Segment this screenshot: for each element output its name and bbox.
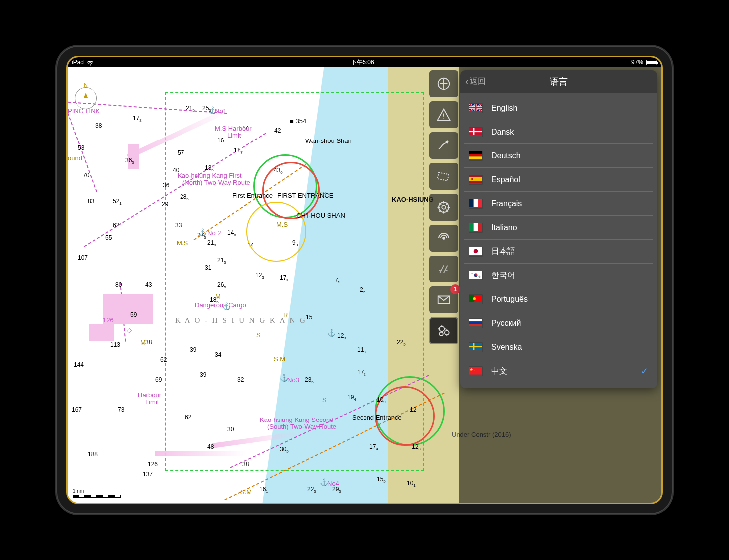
- svg-point-29: [473, 297, 476, 300]
- language-item-es[interactable]: Español: [464, 168, 653, 192]
- flag-icon-es: [469, 175, 482, 184]
- depth-label: 219: [207, 239, 216, 247]
- depth-label: 22: [360, 286, 365, 294]
- depth-label: 42: [274, 127, 281, 134]
- svg-point-39: [475, 369, 475, 369]
- depth-label: 521: [113, 198, 122, 206]
- route-button[interactable]: [429, 132, 458, 159]
- depth-label: 43: [145, 281, 152, 288]
- depth-label: 32: [237, 376, 244, 383]
- scale-bar: 1 nm: [73, 488, 121, 498]
- language-item-se[interactable]: Svenska: [464, 335, 653, 359]
- depth-label: 62: [113, 222, 119, 229]
- helm-button[interactable]: [429, 194, 458, 221]
- language-panel: ‹ 返回 语言 EnglishDanskDeutschEspañolFrança…: [460, 70, 657, 388]
- svg-rect-13: [469, 156, 482, 159]
- flag-icon-gb: [469, 104, 482, 113]
- device-name: iPad: [72, 59, 84, 66]
- north-up-button[interactable]: [429, 70, 458, 97]
- depth-label: 255: [202, 105, 211, 113]
- depth-label: 34: [215, 351, 221, 358]
- language-label: Deutsch: [491, 151, 521, 160]
- depth-label: 188: [88, 451, 98, 458]
- svg-rect-15: [469, 177, 482, 181]
- language-item-de[interactable]: Deutsch: [464, 144, 653, 168]
- language-item-dk[interactable]: Dansk: [464, 120, 653, 144]
- depth-label: 235: [305, 376, 314, 384]
- language-item-pt[interactable]: Português: [464, 287, 653, 311]
- language-item-cn[interactable]: 中文✓: [464, 359, 653, 383]
- depth-label: 215: [217, 257, 226, 265]
- language-label: 中文: [491, 366, 507, 377]
- ipad-frame: iPad 下午5:06 97%: [56, 46, 673, 514]
- flag-icon-dk: [469, 128, 482, 137]
- depth-label: 172: [357, 369, 366, 377]
- status-bar: iPad 下午5:06 97%: [68, 57, 661, 67]
- panel-title: 语言: [550, 76, 568, 88]
- svg-point-4: [439, 326, 444, 331]
- depth-label: 40: [173, 167, 179, 174]
- second-entrance-label: Second Entrance: [352, 414, 402, 421]
- depth-label: 14: [247, 242, 254, 249]
- anchor-icon: ⚓: [327, 329, 336, 337]
- depth-label: 30: [227, 426, 234, 433]
- svg-rect-36: [469, 367, 482, 375]
- depth-label: 185: [210, 296, 219, 304]
- chart-layers-button[interactable]: [429, 163, 458, 190]
- depth-label: 29: [162, 201, 168, 208]
- depth-label: 70: [83, 172, 89, 179]
- check-icon: ✓: [641, 366, 648, 377]
- language-item-fr[interactable]: Français: [464, 192, 653, 216]
- playback-button[interactable]: [429, 256, 458, 282]
- language-item-jp[interactable]: 日本語: [464, 240, 653, 264]
- depth-label: 174: [369, 443, 378, 451]
- ais-button[interactable]: [429, 225, 458, 252]
- depth-label: 161: [259, 486, 268, 494]
- svg-rect-12: [469, 154, 482, 156]
- svg-point-38: [474, 368, 474, 368]
- back-button[interactable]: ‹ 返回: [465, 76, 486, 87]
- language-item-kr[interactable]: 한국어: [464, 264, 653, 287]
- language-label: Italiano: [491, 223, 517, 232]
- messages-button[interactable]: 1: [429, 286, 458, 313]
- svg-point-41: [474, 371, 474, 372]
- depth-label: 135: [205, 164, 214, 172]
- depth-label: 123: [337, 332, 346, 340]
- depth-label: 123: [255, 272, 264, 280]
- depth-label: 215: [186, 105, 195, 113]
- svg-rect-18: [474, 199, 478, 207]
- depth-label: 55: [105, 234, 112, 241]
- depth-label: 194: [347, 394, 356, 402]
- depth-label: 175: [280, 274, 289, 282]
- language-label: Svenska: [491, 343, 522, 352]
- flag-icon-kr: [469, 271, 482, 280]
- anchor-icon: ⚓: [222, 302, 231, 310]
- language-item-it[interactable]: Italiano: [464, 216, 653, 240]
- depth-label: 73: [118, 406, 124, 413]
- warnings-button[interactable]: [429, 101, 458, 128]
- depth-label: 48: [207, 443, 214, 450]
- svg-rect-35: [469, 346, 482, 347]
- svg-rect-30: [469, 319, 482, 321]
- depth-label: 118: [357, 346, 366, 354]
- svg-rect-10: [469, 131, 482, 132]
- svg-point-2: [442, 205, 446, 209]
- chevron-left-icon: ‹: [465, 76, 469, 87]
- depth-label: 39: [190, 346, 196, 353]
- depth-label: 38: [242, 461, 249, 468]
- depth-label: 436: [274, 167, 283, 175]
- depth-label: 15: [306, 314, 312, 321]
- toolbar: 1: [429, 70, 458, 344]
- svg-rect-19: [478, 199, 482, 207]
- depth-label: 167: [72, 406, 82, 413]
- depth-label: 31: [205, 264, 211, 271]
- language-label: Русский: [491, 319, 521, 328]
- flag-icon-it: [469, 223, 482, 232]
- language-item-ru[interactable]: Русский: [464, 311, 653, 335]
- svg-point-6: [439, 332, 443, 336]
- settings-button[interactable]: [429, 317, 458, 344]
- language-item-gb[interactable]: English: [464, 96, 653, 120]
- anchor-icon: ⚓: [280, 374, 288, 382]
- depth-label: 275: [197, 232, 206, 240]
- svg-point-40: [475, 370, 475, 370]
